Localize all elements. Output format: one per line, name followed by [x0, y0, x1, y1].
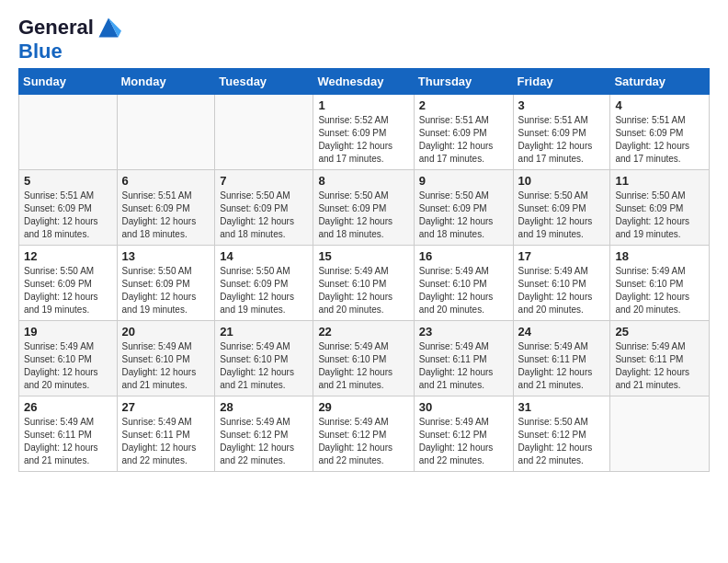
- day-number: 11: [615, 174, 704, 188]
- cell-2-4: 16Sunrise: 5:49 AM Sunset: 6:10 PM Dayli…: [414, 246, 513, 321]
- day-number: 5: [24, 174, 112, 188]
- day-number: 2: [419, 98, 508, 112]
- cell-info: Sunrise: 5:50 AM Sunset: 6:09 PM Dayligh…: [220, 190, 308, 241]
- day-number: 3: [518, 98, 606, 112]
- cell-info: Sunrise: 5:50 AM Sunset: 6:09 PM Dayligh…: [122, 265, 210, 316]
- cell-4-1: 27Sunrise: 5:49 AM Sunset: 6:11 PM Dayli…: [117, 396, 215, 472]
- day-number: 24: [518, 325, 606, 339]
- week-row-4: 26Sunrise: 5:49 AM Sunset: 6:11 PM Dayli…: [19, 396, 710, 472]
- calendar-header: SundayMondayTuesdayWednesdayThursdayFrid…: [19, 69, 710, 95]
- day-number: 27: [122, 400, 210, 414]
- cell-info: Sunrise: 5:51 AM Sunset: 6:09 PM Dayligh…: [24, 190, 112, 241]
- cell-2-2: 14Sunrise: 5:50 AM Sunset: 6:09 PM Dayli…: [215, 246, 313, 321]
- calendar-body: 1Sunrise: 5:52 AM Sunset: 6:09 PM Daylig…: [19, 95, 710, 472]
- day-number: 14: [220, 249, 308, 263]
- cell-2-6: 18Sunrise: 5:49 AM Sunset: 6:10 PM Dayli…: [610, 246, 710, 321]
- header-day-monday: Monday: [117, 69, 215, 95]
- day-number: 15: [318, 249, 408, 263]
- cell-info: Sunrise: 5:52 AM Sunset: 6:09 PM Dayligh…: [318, 114, 408, 166]
- logo-blue-text: Blue: [18, 40, 63, 63]
- day-number: 21: [220, 325, 308, 339]
- day-number: 1: [318, 98, 408, 112]
- calendar-table: SundayMondayTuesdayWednesdayThursdayFrid…: [18, 68, 710, 472]
- week-row-1: 5Sunrise: 5:51 AM Sunset: 6:09 PM Daylig…: [19, 170, 710, 246]
- cell-info: Sunrise: 5:50 AM Sunset: 6:09 PM Dayligh…: [518, 190, 606, 241]
- cell-0-2: [215, 95, 313, 170]
- cell-1-6: 11Sunrise: 5:50 AM Sunset: 6:09 PM Dayli…: [610, 170, 710, 246]
- cell-info: Sunrise: 5:49 AM Sunset: 6:12 PM Dayligh…: [220, 416, 308, 467]
- cell-info: Sunrise: 5:50 AM Sunset: 6:09 PM Dayligh…: [419, 190, 508, 241]
- day-number: 16: [419, 249, 508, 263]
- day-number: 10: [518, 174, 606, 188]
- cell-3-6: 25Sunrise: 5:49 AM Sunset: 6:11 PM Dayli…: [610, 321, 710, 396]
- day-number: 30: [419, 400, 508, 414]
- cell-3-5: 24Sunrise: 5:49 AM Sunset: 6:11 PM Dayli…: [513, 321, 610, 396]
- day-number: 18: [615, 249, 704, 263]
- cell-4-2: 28Sunrise: 5:49 AM Sunset: 6:12 PM Dayli…: [215, 396, 313, 472]
- day-number: 29: [318, 400, 408, 414]
- cell-info: Sunrise: 5:49 AM Sunset: 6:10 PM Dayligh…: [318, 340, 408, 392]
- week-row-3: 19Sunrise: 5:49 AM Sunset: 6:10 PM Dayli…: [19, 321, 710, 396]
- cell-3-1: 20Sunrise: 5:49 AM Sunset: 6:10 PM Dayli…: [117, 321, 215, 396]
- day-number: 25: [615, 325, 704, 339]
- cell-info: Sunrise: 5:49 AM Sunset: 6:11 PM Dayligh…: [615, 340, 704, 392]
- cell-info: Sunrise: 5:49 AM Sunset: 6:10 PM Dayligh…: [518, 265, 606, 316]
- cell-info: Sunrise: 5:49 AM Sunset: 6:10 PM Dayligh…: [318, 265, 408, 316]
- cell-info: Sunrise: 5:51 AM Sunset: 6:09 PM Dayligh…: [518, 114, 606, 166]
- day-number: 28: [220, 400, 308, 414]
- cell-4-5: 31Sunrise: 5:50 AM Sunset: 6:12 PM Dayli…: [513, 396, 610, 472]
- cell-3-2: 21Sunrise: 5:49 AM Sunset: 6:10 PM Dayli…: [215, 321, 313, 396]
- day-number: 31: [518, 400, 606, 414]
- cell-info: Sunrise: 5:49 AM Sunset: 6:10 PM Dayligh…: [122, 340, 210, 392]
- cell-info: Sunrise: 5:49 AM Sunset: 6:11 PM Dayligh…: [122, 416, 210, 467]
- logo-icon: [96, 15, 121, 40]
- cell-info: Sunrise: 5:49 AM Sunset: 6:11 PM Dayligh…: [419, 340, 508, 392]
- cell-2-5: 17Sunrise: 5:49 AM Sunset: 6:10 PM Dayli…: [513, 246, 610, 321]
- header-day-wednesday: Wednesday: [313, 69, 414, 95]
- week-row-2: 12Sunrise: 5:50 AM Sunset: 6:09 PM Dayli…: [19, 246, 710, 321]
- header-day-saturday: Saturday: [610, 69, 710, 95]
- cell-2-1: 13Sunrise: 5:50 AM Sunset: 6:09 PM Dayli…: [117, 246, 215, 321]
- cell-info: Sunrise: 5:49 AM Sunset: 6:10 PM Dayligh…: [419, 265, 508, 316]
- cell-3-4: 23Sunrise: 5:49 AM Sunset: 6:11 PM Dayli…: [414, 321, 513, 396]
- day-number: 22: [318, 325, 408, 339]
- cell-4-0: 26Sunrise: 5:49 AM Sunset: 6:11 PM Dayli…: [19, 396, 118, 472]
- day-number: 17: [518, 249, 606, 263]
- day-number: 20: [122, 325, 210, 339]
- cell-4-3: 29Sunrise: 5:49 AM Sunset: 6:12 PM Dayli…: [313, 396, 414, 472]
- cell-1-1: 6Sunrise: 5:51 AM Sunset: 6:09 PM Daylig…: [117, 170, 215, 246]
- cell-info: Sunrise: 5:51 AM Sunset: 6:09 PM Dayligh…: [419, 114, 508, 166]
- cell-1-4: 9Sunrise: 5:50 AM Sunset: 6:09 PM Daylig…: [414, 170, 513, 246]
- cell-info: Sunrise: 5:49 AM Sunset: 6:11 PM Dayligh…: [24, 416, 112, 467]
- cell-info: Sunrise: 5:50 AM Sunset: 6:09 PM Dayligh…: [24, 265, 112, 316]
- header-day-friday: Friday: [513, 69, 610, 95]
- cell-info: Sunrise: 5:50 AM Sunset: 6:09 PM Dayligh…: [318, 190, 408, 241]
- cell-0-0: [19, 95, 118, 170]
- cell-info: Sunrise: 5:49 AM Sunset: 6:12 PM Dayligh…: [419, 416, 508, 467]
- day-number: 26: [24, 400, 112, 414]
- calendar-page: General Blue SundayMondayTuesdayWednesda…: [0, 0, 728, 487]
- day-number: 9: [419, 174, 508, 188]
- cell-info: Sunrise: 5:51 AM Sunset: 6:09 PM Dayligh…: [122, 190, 210, 241]
- cell-info: Sunrise: 5:49 AM Sunset: 6:11 PM Dayligh…: [518, 340, 606, 392]
- header-day-sunday: Sunday: [19, 69, 118, 95]
- cell-info: Sunrise: 5:49 AM Sunset: 6:10 PM Dayligh…: [220, 340, 308, 392]
- day-number: 8: [318, 174, 408, 188]
- cell-info: Sunrise: 5:49 AM Sunset: 6:10 PM Dayligh…: [615, 265, 704, 316]
- cell-0-3: 1Sunrise: 5:52 AM Sunset: 6:09 PM Daylig…: [313, 95, 414, 170]
- cell-info: Sunrise: 5:50 AM Sunset: 6:12 PM Dayligh…: [518, 416, 606, 467]
- cell-2-3: 15Sunrise: 5:49 AM Sunset: 6:10 PM Dayli…: [313, 246, 414, 321]
- cell-1-0: 5Sunrise: 5:51 AM Sunset: 6:09 PM Daylig…: [19, 170, 118, 246]
- cell-1-2: 7Sunrise: 5:50 AM Sunset: 6:09 PM Daylig…: [215, 170, 313, 246]
- header-day-thursday: Thursday: [414, 69, 513, 95]
- logo: General Blue: [18, 15, 121, 63]
- day-number: 13: [122, 249, 210, 263]
- cell-4-6: [610, 396, 710, 472]
- day-number: 12: [24, 249, 112, 263]
- day-number: 7: [220, 174, 308, 188]
- week-row-0: 1Sunrise: 5:52 AM Sunset: 6:09 PM Daylig…: [19, 95, 710, 170]
- cell-1-3: 8Sunrise: 5:50 AM Sunset: 6:09 PM Daylig…: [313, 170, 414, 246]
- day-number: 19: [24, 325, 112, 339]
- cell-0-5: 3Sunrise: 5:51 AM Sunset: 6:09 PM Daylig…: [513, 95, 610, 170]
- day-number: 4: [615, 98, 704, 112]
